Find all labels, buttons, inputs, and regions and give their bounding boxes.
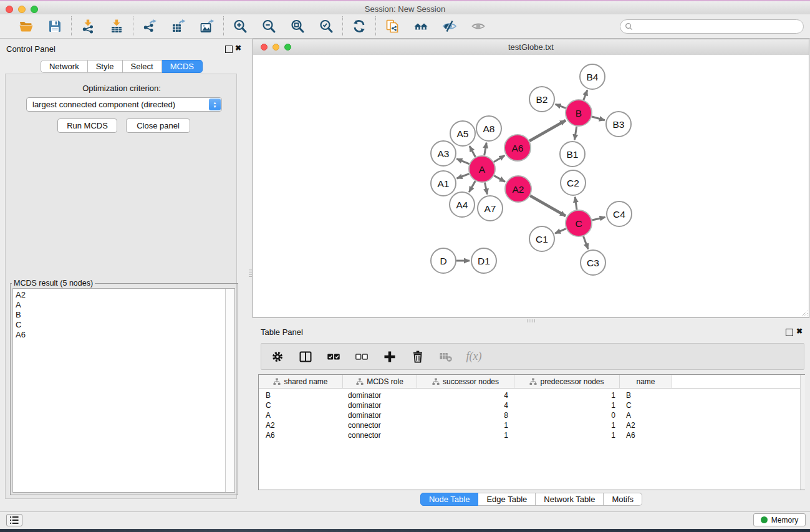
- split-divider-grip[interactable]: [527, 319, 536, 322]
- column-settings-icon[interactable]: [269, 348, 286, 365]
- deselect-all-icon[interactable]: [353, 348, 370, 365]
- tab-mcds[interactable]: MCDS: [162, 60, 203, 73]
- graph-edge-A-A2[interactable]: [494, 176, 505, 182]
- mcds-result-item[interactable]: B: [16, 310, 234, 320]
- window-resize-grip-icon[interactable]: [800, 309, 808, 317]
- optimization-criterion-select[interactable]: largest connected component (directed) ▲…: [26, 97, 222, 112]
- save-session-icon[interactable]: [47, 18, 63, 34]
- table-cell: 1: [417, 421, 514, 430]
- graph-edge-B-B2[interactable]: [556, 104, 566, 108]
- tab-edge-table[interactable]: Edge Table: [478, 493, 536, 506]
- export-table-icon[interactable]: [170, 18, 186, 34]
- graph-edge-A-A4[interactable]: [469, 181, 475, 192]
- run-mcds-button[interactable]: Run MCDS: [57, 118, 117, 133]
- function-builder-icon[interactable]: f(x): [465, 348, 483, 365]
- mcds-list-scrollbar[interactable]: [225, 289, 234, 492]
- zoom-out-icon[interactable]: [261, 18, 277, 34]
- search-field[interactable]: [620, 19, 804, 34]
- tab-network-table[interactable]: Network Table: [536, 493, 604, 506]
- mcds-result-item[interactable]: A2: [16, 290, 234, 300]
- table-panel-close-icon[interactable]: ✖: [796, 327, 803, 336]
- control-panel-tabs: NetworkStyleSelectMCDS: [0, 60, 243, 73]
- new-network-from-selection-icon[interactable]: [384, 18, 400, 34]
- graph-edge-C-C2[interactable]: [575, 197, 577, 210]
- hide-selected-icon[interactable]: [441, 18, 458, 34]
- graph-edge-A-A5[interactable]: [470, 146, 476, 157]
- table-cell: A: [620, 411, 672, 420]
- mcds-result-item[interactable]: A6: [16, 330, 234, 340]
- graph-node-label: B: [576, 108, 582, 118]
- zoom-in-icon[interactable]: [232, 18, 248, 34]
- table-cell: C: [259, 401, 343, 410]
- table-row[interactable]: Cdominator41C: [259, 400, 804, 410]
- open-session-icon[interactable]: [18, 18, 34, 34]
- zoom-fit-icon[interactable]: [289, 18, 306, 34]
- column-header-MCDS-role[interactable]: MCDS role: [343, 375, 417, 388]
- optimization-criterion-label: Optimization criterion:: [0, 84, 243, 93]
- table-cell: 1: [417, 431, 514, 440]
- graph-edge-A-A8[interactable]: [485, 143, 486, 156]
- task-history-button[interactable]: [6, 514, 22, 526]
- graph-edge-A-A1[interactable]: [457, 174, 470, 178]
- select-all-icon[interactable]: [325, 348, 342, 365]
- tab-node-table[interactable]: Node Table: [420, 493, 479, 506]
- control-panel-close-icon[interactable]: ✖: [235, 44, 241, 52]
- table-cell: connector: [343, 421, 417, 430]
- status-bar: [0, 511, 810, 530]
- table-scrollbar[interactable]: [800, 375, 805, 490]
- mcds-result-list[interactable]: A2ABCA6: [12, 288, 235, 493]
- table-row[interactable]: Bdominator41B: [259, 390, 804, 400]
- graph-edge-A6-B[interactable]: [529, 120, 566, 141]
- import-table-icon[interactable]: [108, 18, 125, 34]
- close-panel-button[interactable]: Close panel: [126, 118, 190, 133]
- dropdown-stepper-icon: ▲▼: [209, 99, 221, 110]
- tab-select[interactable]: Select: [123, 60, 162, 73]
- graph-edge-C-C1[interactable]: [555, 229, 566, 233]
- export-network-icon[interactable]: [142, 18, 158, 34]
- column-header-predecessor-nodes[interactable]: predecessor nodes: [514, 375, 620, 388]
- table-row[interactable]: Adominator80A: [259, 410, 804, 420]
- export-image-icon[interactable]: [199, 18, 215, 34]
- show-all-icon[interactable]: [470, 18, 486, 34]
- graph-edge-C-C4[interactable]: [592, 217, 605, 220]
- delete-table-icon[interactable]: [437, 348, 455, 365]
- split-divider-grip[interactable]: [249, 269, 252, 278]
- graph-edge-B-B1[interactable]: [574, 127, 576, 140]
- table-row[interactable]: A2connector11A2: [259, 420, 804, 430]
- graph-edge-C-C3[interactable]: [584, 236, 589, 249]
- mcds-result-item[interactable]: C: [16, 320, 234, 330]
- graph-edge-B-B3[interactable]: [592, 117, 605, 120]
- network-canvas[interactable]: B4B2BB3A8A5A6A3B1AC2A1A2A4A7C4CC1DD1C3: [253, 55, 809, 317]
- table-cell: 8: [417, 411, 514, 420]
- shared-column-icon: [273, 378, 281, 385]
- tab-style[interactable]: Style: [88, 60, 123, 73]
- graph-edge-A-A6[interactable]: [494, 155, 504, 162]
- memory-button[interactable]: Memory: [753, 513, 806, 526]
- column-header-shared-name[interactable]: shared name: [259, 375, 343, 388]
- graph-edge-B-B4[interactable]: [584, 90, 587, 100]
- column-header-successor-nodes[interactable]: successor nodes: [417, 375, 514, 388]
- graph-node-label: B4: [587, 72, 599, 82]
- first-neighbors-icon[interactable]: [413, 18, 429, 34]
- search-input[interactable]: [636, 22, 794, 32]
- shared-column-icon: [432, 378, 440, 385]
- graph-edge-A-A3[interactable]: [456, 159, 469, 164]
- control-panel-float-icon[interactable]: [225, 46, 233, 53]
- show-column-icon[interactable]: [297, 348, 314, 365]
- delete-column-icon[interactable]: [409, 348, 427, 365]
- tab-network[interactable]: Network: [41, 60, 88, 73]
- column-header-name[interactable]: name: [620, 375, 672, 388]
- table-header-row: shared nameMCDS rolesuccessor nodesprede…: [259, 375, 804, 389]
- tab-motifs[interactable]: Motifs: [604, 493, 642, 506]
- table-row[interactable]: A6connector11A6: [259, 430, 804, 440]
- apply-layout-icon[interactable]: [351, 18, 367, 34]
- import-network-icon[interactable]: [80, 18, 96, 34]
- table-header-filler: [672, 375, 804, 388]
- table-panel-float-icon[interactable]: [786, 329, 793, 336]
- mcds-result-item[interactable]: A: [16, 300, 234, 310]
- add-column-icon[interactable]: [381, 348, 398, 365]
- zoom-selected-icon[interactable]: [318, 18, 334, 34]
- graph-edge-A2-C[interactable]: [530, 196, 566, 216]
- table-panel-title: Table Panel: [261, 327, 303, 337]
- graph-edge-A-A7[interactable]: [485, 183, 487, 195]
